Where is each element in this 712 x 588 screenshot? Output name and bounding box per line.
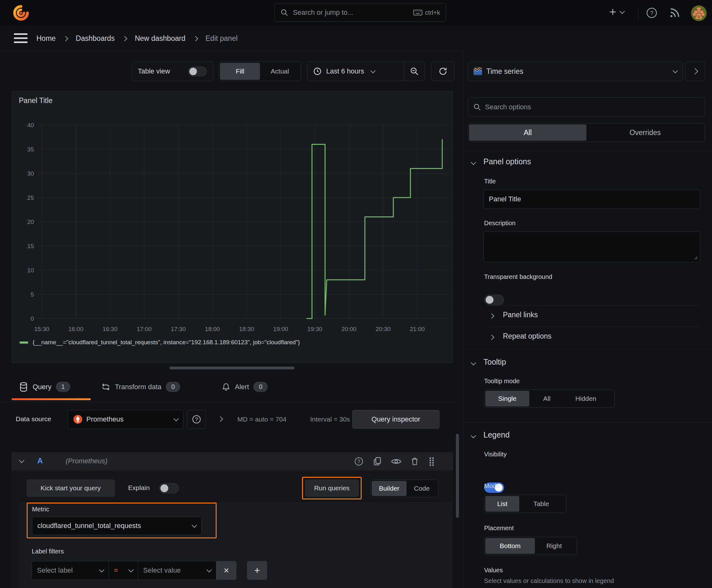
time-range-label: Last 6 hours [326,67,364,76]
breadcrumb-dashboards[interactable]: Dashboards [75,34,114,43]
select-label-dropdown[interactable]: Select label [32,561,109,580]
fill-option[interactable]: Fill [220,63,260,80]
all-overrides-segmented: All Overrides [468,123,705,142]
chevron-down-icon [673,68,678,73]
delete-query-trash-icon[interactable] [410,457,419,466]
chevron-right-icon [63,36,68,41]
table-view-toggle[interactable] [188,66,207,76]
search-icon [473,103,481,111]
legend-table-option[interactable]: Table [519,496,563,512]
visualization-select[interactable]: Time series [468,62,683,81]
tab-all[interactable]: All [469,124,586,141]
panel-options-heading[interactable]: Panel options [483,157,531,166]
transparent-background-label: Transparent background [484,273,552,280]
drag-handle-icon[interactable] [428,456,435,466]
remove-filter-button[interactable]: × [216,561,236,580]
divider [489,327,700,327]
hide-response-eye-icon[interactable] [391,457,402,466]
svg-text:15: 15 [27,243,34,249]
divider [463,422,712,423]
help-circle-icon[interactable]: ? [354,456,364,466]
run-queries-button[interactable]: Run queries [305,480,359,497]
query-row-header[interactable]: A (Prometheus) ? [12,452,453,470]
series-color-dash [19,341,28,344]
metric-select[interactable]: cloudflared_tunnel_total_requests [32,517,201,535]
max-data-points-stat: MD = auto = 704 [237,416,286,423]
prometheus-icon [73,415,83,424]
select-value-dropdown[interactable]: Select value [138,561,216,580]
datasource-select[interactable]: Prometheus [68,410,184,429]
divider [463,151,712,151]
scrollbar[interactable] [456,434,459,518]
svg-text:19:30: 19:30 [307,326,322,332]
zoom-out-button[interactable] [404,67,425,76]
operator-dropdown[interactable]: = [109,561,138,580]
chevron-down-icon [620,9,625,14]
tooltip-all-option[interactable]: All [529,391,564,406]
tab-alert[interactable]: Alert 0 [222,382,268,392]
expand-stats-chevron[interactable] [218,417,223,422]
svg-text:19:00: 19:00 [273,326,288,332]
kick-start-query-button[interactable]: Kick start your query [27,480,114,497]
news-rss-button[interactable] [669,7,681,19]
tab-overrides[interactable]: Overrides [586,124,704,141]
legend-heading[interactable]: Legend [483,430,510,439]
query-inspector-button[interactable]: Query inspector [352,410,439,429]
search-options-placeholder: Search options [485,103,700,111]
panel-title: Panel Title [19,97,52,105]
viz-suggestions-button[interactable] [685,62,705,81]
refresh-icon [438,67,448,76]
placement-right-option[interactable]: Right [535,538,573,554]
user-avatar[interactable] [691,5,707,21]
keyboard-icon [413,9,423,16]
divider [638,6,638,19]
explain-toggle[interactable] [159,483,179,493]
add-filter-button[interactable]: + [247,561,267,580]
transparent-background-toggle[interactable] [484,295,504,305]
panel-links-section[interactable]: Panel links [503,311,538,319]
chart-legend[interactable]: {__name__="cloudflared_tunnel_total_requ… [19,339,300,346]
placement-bottom-option[interactable]: Bottom [486,538,535,554]
menu-hamburger-button[interactable] [14,33,28,44]
tooltip-mode-segmented: Single All Hidden [484,390,615,408]
time-range-picker[interactable]: Last 6 hours [307,67,404,76]
datasource-help-button[interactable]: ? [187,410,206,429]
help-button[interactable]: ? [645,6,658,19]
zoom-out-icon [410,67,419,76]
description-textarea[interactable] [483,231,700,262]
tooltip-single-option[interactable]: Single [486,391,529,406]
svg-text:18:00: 18:00 [205,326,220,332]
global-search-input[interactable]: Search or jump to... ctrl+k [274,3,446,22]
tooltip-hidden-option[interactable]: Hidden [564,391,607,406]
clock-icon [313,67,322,76]
panel-title-input[interactable]: Panel Title [483,190,700,209]
refresh-button[interactable] [431,62,455,81]
breadcrumb-new-dashboard[interactable]: New dashboard [135,34,185,43]
breadcrumb-home[interactable]: Home [37,34,56,43]
transform-count-badge: 0 [166,382,180,392]
search-options-input[interactable]: Search options [468,97,705,117]
repeat-options-section[interactable]: Repeat options [503,332,552,340]
legend-list-option[interactable]: List [486,496,519,512]
tab-query-label: Query [33,383,51,391]
metric-highlight: Metric cloudflared_tunnel_total_requests [27,503,217,538]
tooltip-heading[interactable]: Tooltip [483,357,506,366]
add-new-button[interactable] [608,7,624,16]
code-option[interactable]: Code [407,481,437,496]
rss-icon [669,7,681,19]
question-mark-icon: ? [650,10,654,16]
chevron-down-icon [207,567,212,572]
bell-icon [222,382,231,392]
tab-transform-data[interactable]: Transform data 0 [101,382,180,392]
svg-text:25: 25 [27,194,34,201]
grafana-logo-icon[interactable] [13,4,29,21]
duplicate-query-icon[interactable] [373,456,382,466]
tab-query[interactable]: Query 1 [19,382,70,392]
collapse-query-chevron[interactable] [19,458,24,463]
panel-resize-handle[interactable] [170,366,295,370]
builder-option[interactable]: Builder [372,481,407,496]
svg-text:35: 35 [27,146,34,153]
chevron-down-icon [174,416,179,421]
svg-text:16:30: 16:30 [103,326,118,332]
actual-option[interactable]: Actual [260,63,300,80]
